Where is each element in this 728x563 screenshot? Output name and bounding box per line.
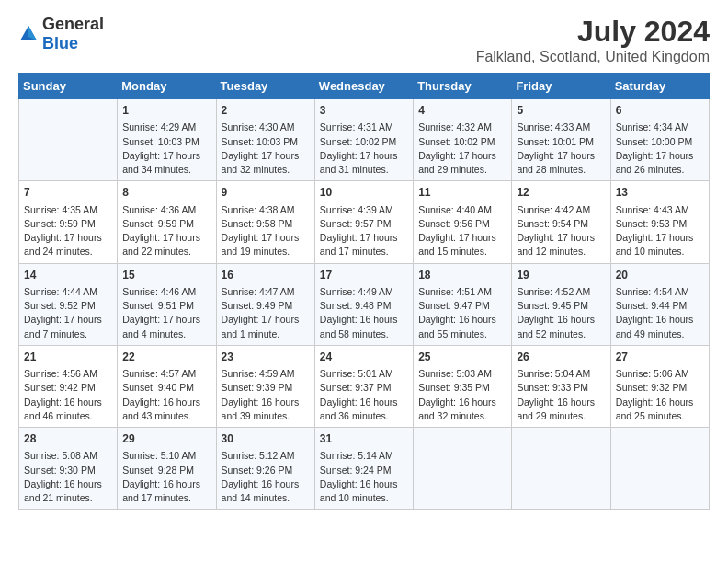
day-number: 1 bbox=[122, 103, 210, 119]
main-title: July 2024 bbox=[476, 15, 710, 49]
calendar-cell: 8Sunrise: 4:36 AM Sunset: 9:59 PM Daylig… bbox=[118, 181, 216, 263]
calendar-cell: 15Sunrise: 4:46 AM Sunset: 9:51 PM Dayli… bbox=[118, 263, 216, 345]
calendar-cell: 30Sunrise: 5:12 AM Sunset: 9:26 PM Dayli… bbox=[216, 428, 314, 510]
logo: General Blue bbox=[18, 15, 104, 53]
calendar-cell bbox=[414, 428, 512, 510]
day-info: Sunrise: 5:10 AM Sunset: 9:28 PM Dayligh… bbox=[122, 449, 210, 505]
calendar-cell: 9Sunrise: 4:38 AM Sunset: 9:58 PM Daylig… bbox=[216, 181, 314, 263]
header-day-tuesday: Tuesday bbox=[216, 74, 314, 99]
day-info: Sunrise: 4:39 AM Sunset: 9:57 PM Dayligh… bbox=[320, 203, 408, 259]
day-number: 5 bbox=[517, 103, 605, 119]
header-day-monday: Monday bbox=[118, 74, 216, 99]
day-number: 30 bbox=[222, 431, 310, 447]
day-info: Sunrise: 4:35 AM Sunset: 9:59 PM Dayligh… bbox=[24, 203, 112, 259]
calendar-cell: 26Sunrise: 5:04 AM Sunset: 9:33 PM Dayli… bbox=[512, 345, 610, 427]
day-info: Sunrise: 4:47 AM Sunset: 9:49 PM Dayligh… bbox=[222, 285, 310, 341]
day-info: Sunrise: 4:29 AM Sunset: 10:03 PM Daylig… bbox=[122, 121, 210, 177]
calendar-cell: 25Sunrise: 5:03 AM Sunset: 9:35 PM Dayli… bbox=[414, 345, 512, 427]
day-info: Sunrise: 4:30 AM Sunset: 10:03 PM Daylig… bbox=[222, 121, 310, 177]
week-row-2: 7Sunrise: 4:35 AM Sunset: 9:59 PM Daylig… bbox=[19, 181, 710, 263]
calendar-cell: 27Sunrise: 5:06 AM Sunset: 9:32 PM Dayli… bbox=[610, 345, 709, 427]
day-number: 17 bbox=[320, 268, 408, 283]
week-row-1: 1Sunrise: 4:29 AM Sunset: 10:03 PM Dayli… bbox=[19, 99, 710, 181]
day-info: Sunrise: 4:43 AM Sunset: 9:53 PM Dayligh… bbox=[616, 203, 704, 259]
day-number: 14 bbox=[24, 268, 112, 283]
day-info: Sunrise: 4:40 AM Sunset: 9:56 PM Dayligh… bbox=[418, 203, 506, 259]
logo-text: General Blue bbox=[42, 15, 104, 53]
day-number: 10 bbox=[320, 185, 408, 201]
day-info: Sunrise: 4:59 AM Sunset: 9:39 PM Dayligh… bbox=[222, 367, 310, 423]
calendar-cell: 21Sunrise: 4:56 AM Sunset: 9:42 PM Dayli… bbox=[19, 345, 118, 427]
day-number: 26 bbox=[517, 350, 605, 365]
day-number: 9 bbox=[222, 185, 310, 201]
subtitle: Falkland, Scotland, United Kingdom bbox=[476, 49, 710, 65]
day-number: 29 bbox=[122, 431, 210, 447]
calendar-cell bbox=[512, 428, 610, 510]
day-info: Sunrise: 4:51 AM Sunset: 9:47 PM Dayligh… bbox=[418, 285, 506, 341]
calendar-cell: 2Sunrise: 4:30 AM Sunset: 10:03 PM Dayli… bbox=[216, 99, 314, 181]
calendar-cell: 31Sunrise: 5:14 AM Sunset: 9:24 PM Dayli… bbox=[314, 428, 413, 510]
day-number: 27 bbox=[616, 350, 704, 365]
day-info: Sunrise: 5:08 AM Sunset: 9:30 PM Dayligh… bbox=[24, 449, 112, 505]
calendar-cell bbox=[19, 99, 118, 181]
header-day-friday: Friday bbox=[512, 74, 610, 99]
day-info: Sunrise: 4:38 AM Sunset: 9:58 PM Dayligh… bbox=[222, 203, 310, 259]
calendar-cell: 11Sunrise: 4:40 AM Sunset: 9:56 PM Dayli… bbox=[414, 181, 512, 263]
calendar-cell: 4Sunrise: 4:32 AM Sunset: 10:02 PM Dayli… bbox=[414, 99, 512, 181]
day-number: 16 bbox=[222, 268, 310, 283]
day-info: Sunrise: 5:01 AM Sunset: 9:37 PM Dayligh… bbox=[320, 367, 408, 423]
day-number: 20 bbox=[616, 268, 704, 283]
day-number: 4 bbox=[418, 103, 506, 119]
day-info: Sunrise: 4:57 AM Sunset: 9:40 PM Dayligh… bbox=[122, 367, 210, 423]
header-day-wednesday: Wednesday bbox=[314, 74, 413, 99]
week-row-4: 21Sunrise: 4:56 AM Sunset: 9:42 PM Dayli… bbox=[19, 345, 710, 427]
day-number: 24 bbox=[320, 350, 408, 365]
day-info: Sunrise: 4:33 AM Sunset: 10:01 PM Daylig… bbox=[517, 121, 605, 177]
day-info: Sunrise: 4:42 AM Sunset: 9:54 PM Dayligh… bbox=[517, 203, 605, 259]
day-number: 11 bbox=[418, 185, 506, 201]
week-row-3: 14Sunrise: 4:44 AM Sunset: 9:52 PM Dayli… bbox=[19, 263, 710, 345]
day-info: Sunrise: 4:31 AM Sunset: 10:02 PM Daylig… bbox=[320, 121, 408, 177]
header-day-saturday: Saturday bbox=[610, 74, 709, 99]
day-info: Sunrise: 4:44 AM Sunset: 9:52 PM Dayligh… bbox=[24, 285, 112, 341]
day-info: Sunrise: 4:56 AM Sunset: 9:42 PM Dayligh… bbox=[24, 367, 112, 423]
day-number: 21 bbox=[24, 350, 112, 365]
day-number: 12 bbox=[517, 185, 605, 201]
day-info: Sunrise: 5:03 AM Sunset: 9:35 PM Dayligh… bbox=[418, 367, 506, 423]
title-area: July 2024 Falkland, Scotland, United Kin… bbox=[476, 15, 710, 65]
calendar-cell: 13Sunrise: 4:43 AM Sunset: 9:53 PM Dayli… bbox=[610, 181, 709, 263]
calendar-cell: 22Sunrise: 4:57 AM Sunset: 9:40 PM Dayli… bbox=[118, 345, 216, 427]
calendar-cell: 14Sunrise: 4:44 AM Sunset: 9:52 PM Dayli… bbox=[19, 263, 118, 345]
calendar-header: SundayMondayTuesdayWednesdayThursdayFrid… bbox=[19, 74, 710, 99]
header: General Blue July 2024 Falkland, Scotlan… bbox=[18, 15, 710, 65]
calendar-cell: 20Sunrise: 4:54 AM Sunset: 9:44 PM Dayli… bbox=[610, 263, 709, 345]
day-info: Sunrise: 5:04 AM Sunset: 9:33 PM Dayligh… bbox=[517, 367, 605, 423]
calendar-cell: 3Sunrise: 4:31 AM Sunset: 10:02 PM Dayli… bbox=[314, 99, 413, 181]
calendar-cell: 5Sunrise: 4:33 AM Sunset: 10:01 PM Dayli… bbox=[512, 99, 610, 181]
day-info: Sunrise: 4:49 AM Sunset: 9:48 PM Dayligh… bbox=[320, 285, 408, 341]
header-row: SundayMondayTuesdayWednesdayThursdayFrid… bbox=[19, 74, 710, 99]
calendar-cell: 23Sunrise: 4:59 AM Sunset: 9:39 PM Dayli… bbox=[216, 345, 314, 427]
day-info: Sunrise: 4:32 AM Sunset: 10:02 PM Daylig… bbox=[418, 121, 506, 177]
day-number: 25 bbox=[418, 350, 506, 365]
day-number: 7 bbox=[24, 185, 112, 201]
day-number: 3 bbox=[320, 103, 408, 119]
day-number: 31 bbox=[320, 431, 408, 447]
calendar-cell: 1Sunrise: 4:29 AM Sunset: 10:03 PM Dayli… bbox=[118, 99, 216, 181]
day-number: 18 bbox=[418, 268, 506, 283]
calendar-cell: 19Sunrise: 4:52 AM Sunset: 9:45 PM Dayli… bbox=[512, 263, 610, 345]
day-info: Sunrise: 4:52 AM Sunset: 9:45 PM Dayligh… bbox=[517, 285, 605, 341]
calendar-cell: 10Sunrise: 4:39 AM Sunset: 9:57 PM Dayli… bbox=[314, 181, 413, 263]
calendar-cell: 29Sunrise: 5:10 AM Sunset: 9:28 PM Dayli… bbox=[118, 428, 216, 510]
calendar-cell: 17Sunrise: 4:49 AM Sunset: 9:48 PM Dayli… bbox=[314, 263, 413, 345]
day-number: 15 bbox=[122, 268, 210, 283]
day-info: Sunrise: 5:06 AM Sunset: 9:32 PM Dayligh… bbox=[616, 367, 704, 423]
day-number: 19 bbox=[517, 268, 605, 283]
day-number: 23 bbox=[222, 350, 310, 365]
day-info: Sunrise: 4:54 AM Sunset: 9:44 PM Dayligh… bbox=[616, 285, 704, 341]
calendar-cell: 12Sunrise: 4:42 AM Sunset: 9:54 PM Dayli… bbox=[512, 181, 610, 263]
calendar-cell bbox=[610, 428, 709, 510]
day-info: Sunrise: 4:46 AM Sunset: 9:51 PM Dayligh… bbox=[122, 285, 210, 341]
day-number: 2 bbox=[222, 103, 310, 119]
header-day-sunday: Sunday bbox=[19, 74, 118, 99]
